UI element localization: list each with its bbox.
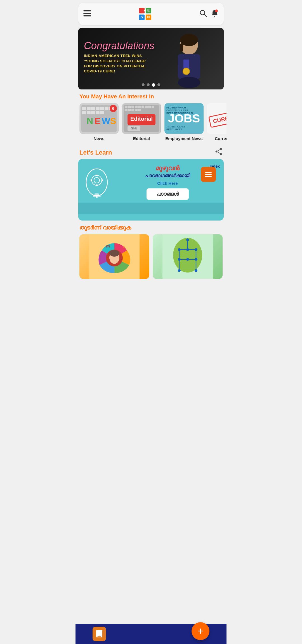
svg-point-17 bbox=[178, 77, 200, 88]
svg-point-14 bbox=[215, 10, 218, 12]
svg-text:E: E bbox=[147, 8, 150, 12]
dot-2[interactable] bbox=[147, 83, 150, 86]
svg-rect-45 bbox=[135, 106, 138, 108]
banner-dots bbox=[142, 83, 160, 87]
employment-label: Employment News bbox=[165, 136, 202, 141]
svg-text:🎮: 🎮 bbox=[105, 244, 110, 249]
svg-rect-55 bbox=[138, 109, 141, 111]
svg-text:N: N bbox=[87, 116, 93, 126]
editorial-label: Editorial bbox=[133, 136, 150, 141]
svg-rect-26 bbox=[91, 107, 95, 110]
svg-rect-27 bbox=[96, 107, 100, 110]
category-scroll: N E W S 6 News bbox=[76, 101, 226, 145]
svg-rect-77 bbox=[91, 179, 92, 181]
app-header: A E S N bbox=[78, 3, 224, 25]
svg-text:PLOYED WHICH: PLOYED WHICH bbox=[166, 106, 186, 109]
svg-rect-42 bbox=[125, 106, 128, 108]
svg-rect-47 bbox=[141, 106, 144, 108]
svg-rect-48 bbox=[145, 106, 148, 108]
category-editorial[interactable]: Editorial Shift Editorial bbox=[122, 103, 161, 141]
svg-rect-31 bbox=[82, 111, 86, 114]
category-current[interactable]: CURRENT Current af... bbox=[207, 103, 226, 141]
menu-lines-icon bbox=[205, 172, 212, 177]
svg-rect-44 bbox=[131, 106, 134, 108]
continue-reading-title: തുടർന്ന് വായിക്കുക bbox=[79, 224, 223, 231]
news-card-image: N E W S 6 bbox=[79, 103, 119, 134]
svg-point-107 bbox=[195, 269, 197, 272]
svg-point-73 bbox=[92, 175, 102, 185]
svg-text:W: W bbox=[102, 116, 110, 126]
svg-rect-51 bbox=[125, 109, 128, 111]
svg-text:E: E bbox=[95, 116, 100, 126]
learn-card[interactable]: മുഴുവൻ പാഠഭാഗങ്ങൾക്കായി Click Here പാഠങ്… bbox=[78, 159, 224, 221]
svg-rect-46 bbox=[138, 106, 141, 108]
category-news[interactable]: N E W S 6 News bbox=[79, 103, 119, 141]
svg-point-103 bbox=[186, 258, 189, 261]
svg-line-12 bbox=[204, 14, 206, 16]
lets-learn-header: Let's Learn bbox=[76, 145, 226, 159]
banner-person bbox=[157, 28, 221, 89]
svg-rect-50 bbox=[152, 106, 154, 108]
svg-point-13 bbox=[214, 16, 215, 17]
learn-lessons-button[interactable]: പാഠങ്ങൾ bbox=[147, 188, 189, 200]
svg-point-72 bbox=[86, 169, 107, 196]
notification-icon[interactable] bbox=[211, 9, 219, 19]
svg-rect-78 bbox=[102, 179, 103, 181]
svg-point-87 bbox=[109, 250, 119, 257]
svg-rect-76 bbox=[96, 184, 98, 186]
continue-reading-section: തുടർന്ന് വായിക്കുക bbox=[76, 221, 226, 281]
learn-card-bottom-strip bbox=[78, 203, 224, 214]
lets-learn-title: Let's Learn bbox=[79, 149, 112, 156]
editorial-card-image: Editorial Shift bbox=[122, 103, 161, 134]
svg-rect-2 bbox=[83, 15, 91, 16]
dot-4[interactable] bbox=[157, 83, 160, 86]
svg-rect-53 bbox=[131, 109, 134, 111]
continue-card-2[interactable] bbox=[153, 234, 223, 279]
svg-line-71 bbox=[217, 152, 220, 154]
learn-mal-subtitle: പാഠഭാഗങ്ങൾക്കായി bbox=[145, 173, 190, 179]
svg-text:S: S bbox=[141, 15, 143, 19]
learn-click-here: Click Here bbox=[157, 181, 178, 186]
svg-rect-35 bbox=[100, 111, 104, 114]
svg-point-68 bbox=[216, 151, 218, 153]
current-card-image: CURRENT bbox=[207, 103, 226, 134]
continue-card-1[interactable]: ♪ 🎮 bbox=[79, 234, 149, 279]
menu-icon[interactable] bbox=[83, 10, 91, 18]
svg-text:A: A bbox=[144, 8, 147, 12]
app-logo: A E S N bbox=[138, 7, 152, 21]
current-label: Current af... bbox=[215, 136, 226, 141]
svg-rect-29 bbox=[105, 107, 108, 110]
svg-point-19 bbox=[183, 68, 190, 75]
svg-text:JOBS: JOBS bbox=[168, 112, 200, 125]
svg-point-98 bbox=[178, 248, 181, 251]
dot-1[interactable] bbox=[142, 83, 145, 86]
continue-cards-row: ♪ 🎮 bbox=[79, 234, 223, 279]
news-label: News bbox=[93, 136, 104, 141]
svg-rect-24 bbox=[82, 107, 86, 110]
category-employment[interactable]: PLOYED WHICH CAREER CLASSIF REER RESOURC… bbox=[164, 103, 204, 141]
svg-rect-32 bbox=[87, 111, 91, 114]
svg-point-69 bbox=[220, 153, 222, 155]
svg-point-97 bbox=[186, 238, 189, 241]
svg-rect-34 bbox=[96, 111, 100, 114]
svg-text:♪: ♪ bbox=[123, 244, 125, 249]
svg-text:RESOURCES: RESOURCES bbox=[166, 128, 182, 131]
learn-mal-title: മുഴുവൻ bbox=[156, 165, 180, 172]
dot-3[interactable] bbox=[152, 83, 155, 87]
hero-banner[interactable]: Congratulations INDIAN-AMERICAN TEEN WIN… bbox=[78, 28, 224, 89]
svg-rect-43 bbox=[128, 106, 131, 108]
svg-line-70 bbox=[217, 150, 220, 151]
svg-rect-33 bbox=[91, 111, 95, 114]
svg-rect-25 bbox=[87, 107, 91, 110]
share-icon[interactable] bbox=[215, 148, 223, 157]
svg-rect-75 bbox=[96, 175, 98, 176]
svg-point-74 bbox=[94, 177, 100, 183]
svg-point-67 bbox=[220, 148, 222, 150]
svg-point-102 bbox=[186, 248, 189, 251]
svg-point-99 bbox=[195, 248, 197, 251]
svg-rect-28 bbox=[100, 107, 104, 110]
learn-index-button[interactable] bbox=[201, 167, 216, 182]
svg-rect-0 bbox=[83, 10, 91, 11]
search-icon[interactable] bbox=[199, 9, 207, 19]
news-badge: 6 bbox=[110, 105, 117, 112]
